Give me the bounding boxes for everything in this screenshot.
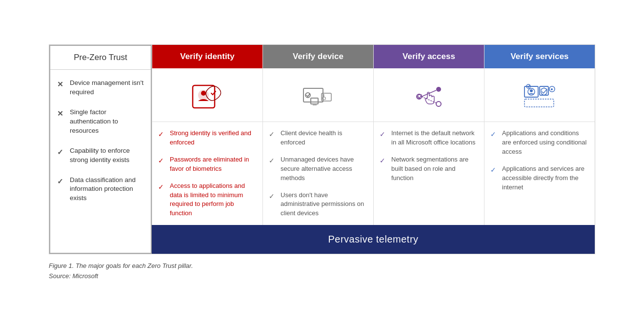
check-icon: ✓ [490,129,498,139]
col-item: ✓Passwords are eliminated in favor of bi… [158,155,257,174]
pre-zero-trust-header: Pre-Zero Trust [50,46,151,70]
check-icon: ✓ [269,156,277,165]
column-header-identity: Verify identity [152,45,262,68]
col-item: ✓Internet is the default network in all … [380,129,478,147]
col-item-text: Unmanaged devices have secure alternativ… [281,155,367,183]
column-icon-services [484,68,595,122]
check-icon: ✓ [269,129,277,139]
col-item-text: Applications and conditions are enforced… [502,129,589,157]
column-header-services: Verify services [484,45,595,68]
pzt-item: ✓Capability to enforce strong identity e… [57,146,144,165]
col-item: ✓Strong identity is verified and enforce… [158,129,257,147]
caption-line1: Figure 1. The major goals for each Zero … [49,261,595,271]
svg-rect-5 [313,104,317,105]
col-item-text: Users don't have administrative permissi… [281,191,367,219]
column-device: Verify device ✓Client device health is e… [262,45,373,225]
svg-point-12 [436,102,441,106]
column-icon-identity [152,68,262,122]
col-item-text: Client device health is enforced [281,129,367,147]
check-icon: ✓ [490,165,498,175]
col-item-text: Applications and services are accessible… [502,164,589,192]
check-icon: ✓ [380,156,387,165]
column-icon-device [263,68,373,122]
page-wrapper: Pre-Zero Trust ✕Device management isn't … [29,30,615,296]
column-body-device: ✓Client device health is enforced✓Unmana… [263,122,373,225]
check-icon: ✓ [269,191,277,201]
figure-caption: Figure 1. The major goals for each Zero … [49,261,595,282]
pzt-item-text: Capability to enforce strong identity ex… [70,146,144,165]
column-body-access: ✓Internet is the default network in all … [374,122,484,225]
pzt-item: ✕Single factor authentication to resourc… [57,108,144,136]
col-item-text: Strong identity is verified and enforced [170,129,257,147]
column-body-services: ✓Applications and conditions are enforce… [484,122,595,225]
pzt-item: ✕Device management isn't required [57,79,144,97]
pzt-item-text: Data classification and information prot… [70,176,144,204]
col-item: ✓Applications and services are accessibl… [490,164,589,192]
columns-row: Verify identity ✓Strong identity is veri… [152,45,595,225]
col-item: ✓Client device health is enforced [269,129,367,147]
column-header-device: Verify device [263,45,373,68]
svg-line-13 [422,90,436,97]
column-icon-access [374,68,484,122]
column-identity: Verify identity ✓Strong identity is veri… [152,45,262,225]
cross-icon: ✕ [57,79,66,89]
col-item-text: Passwords are eliminated in favor of bio… [170,155,257,174]
check-icon: ✓ [57,147,66,157]
cross-icon: ✕ [57,108,66,119]
pzt-item: ✓Data classification and information pro… [57,176,144,204]
col-item-text: Internet is the default network in all M… [391,129,478,147]
pre-zero-trust-column: Pre-Zero Trust ✕Device management isn't … [49,45,152,254]
svg-rect-23 [524,99,554,107]
svg-point-21 [551,88,553,90]
check-icon: ✓ [380,129,387,139]
main-columns: Verify identity ✓Strong identity is veri… [152,45,595,254]
column-access: Verify access ✓Internet is the default n… [373,45,484,225]
check-icon: ✓ [158,129,166,139]
telemetry-bar: Pervasive telemetry [152,225,595,254]
column-header-access: Verify access [374,45,484,68]
column-services: Verify services ✓Applications and condit… [484,45,595,225]
check-icon: ✓ [158,182,166,192]
col-item: ✓Access to applications and data is limi… [158,182,257,218]
caption-line2: Source: Microsoft [49,271,595,282]
check-icon: ✓ [158,156,166,165]
svg-point-11 [436,87,441,92]
col-item: ✓Network segmentations are built based o… [380,155,478,183]
col-item: ✓Applications and conditions are enforce… [490,129,589,157]
pre-zero-trust-body: ✕Device management isn't required✕Single… [50,70,151,253]
check-icon: ✓ [57,176,66,186]
diagram-container: Pre-Zero Trust ✕Device management isn't … [49,44,595,254]
column-body-identity: ✓Strong identity is verified and enforce… [152,122,262,225]
col-item-text: Access to applications and data is limit… [170,182,257,218]
svg-rect-4 [311,98,318,104]
svg-point-18 [530,89,533,92]
pzt-item-text: Device management isn't required [70,79,144,97]
col-item: ✓Unmanaged devices have secure alternati… [269,155,367,183]
col-item-text: Network segmentations are built based on… [391,155,478,183]
svg-point-2 [201,91,206,96]
pzt-item-text: Single factor authentication to resource… [70,108,144,136]
col-item: ✓Users don't have administrative permiss… [269,191,367,219]
